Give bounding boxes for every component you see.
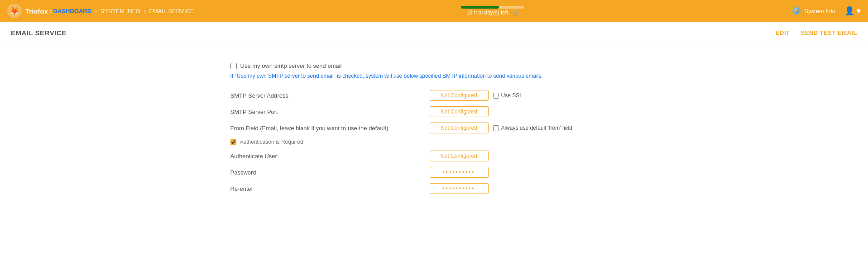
use-ssl-label: Use SSL xyxy=(501,92,523,99)
auth-required-row: Authentication is Required xyxy=(230,139,638,145)
use-smtp-checkbox[interactable] xyxy=(230,63,237,69)
trial-text: 16 trial day(s) left. 🛒 xyxy=(466,9,519,16)
cart-icon[interactable]: 🛒 xyxy=(513,9,519,16)
smtp-server-port-input[interactable] xyxy=(430,106,489,117)
system-info-label: System Info xyxy=(804,8,835,14)
auth-required-checkbox[interactable] xyxy=(230,139,236,145)
progress-bar-container xyxy=(461,6,524,9)
navbar-center: 16 trial day(s) left. 🛒 xyxy=(194,6,791,16)
breadcrumb: DASHBOARD › SYSTEM INFO › EMAIL SERVICE xyxy=(53,8,194,14)
send-test-email-button[interactable]: SEND TEST EMAIL xyxy=(801,29,857,36)
from-field-input[interactable] xyxy=(430,123,489,133)
use-ssl-checkbox-group: Use SSL xyxy=(493,92,523,99)
navbar-right: ⚙️ System Info 👤 ▾ xyxy=(791,6,861,16)
always-use-default-checkbox-group: Always use default 'from' field xyxy=(493,125,572,131)
reenter-row: Re-enter xyxy=(230,183,638,194)
smtp-server-port-label: SMTP Server Port xyxy=(230,109,430,115)
always-default-label: Always use default 'from' field xyxy=(501,125,572,131)
auth-user-group xyxy=(430,151,489,161)
smtp-server-address-label: SMTP Server Address xyxy=(230,92,430,99)
brand-name: Triofox xyxy=(25,7,48,15)
from-field-label: From Field (Email, leave blank if you wa… xyxy=(230,125,430,132)
smtp-server-address-row: SMTP Server Address Use SSL xyxy=(230,90,638,101)
use-smtp-label: Use my own smtp server to send email xyxy=(240,62,342,69)
gear-icon: ⚙️ xyxy=(791,6,801,16)
breadcrumb-dashboard[interactable]: DASHBOARD xyxy=(53,8,92,14)
reenter-group xyxy=(430,183,489,194)
sub-header: EMAIL SERVICE EDIT SEND TEST EMAIL xyxy=(0,22,868,44)
smtp-server-port-group xyxy=(430,106,489,117)
smtp-server-port-row: SMTP Server Port xyxy=(230,106,638,117)
auth-required-label: Authentication is Required xyxy=(240,139,303,145)
edit-button[interactable]: EDIT xyxy=(776,29,790,36)
brand-logo: 🦊 xyxy=(7,4,22,18)
use-smtp-row: Use my own smtp server to send email xyxy=(230,62,638,69)
reenter-input[interactable] xyxy=(430,183,489,194)
page-title: EMAIL SERVICE xyxy=(11,29,67,37)
trial-label: 16 trial day(s) left. xyxy=(466,9,509,16)
smtp-server-address-input[interactable] xyxy=(430,90,489,101)
form-section: Use my own smtp server to send email If … xyxy=(230,62,638,194)
navbar: 🦊 Triofox › DASHBOARD › SYSTEM INFO › EM… xyxy=(0,0,868,22)
reenter-label: Re-enter xyxy=(230,185,430,192)
system-info-button[interactable]: ⚙️ System Info xyxy=(791,6,835,16)
progress-bar-fill xyxy=(461,6,499,9)
always-default-checkbox[interactable] xyxy=(493,125,499,131)
auth-user-row: Authenticate User: xyxy=(230,151,638,161)
password-group xyxy=(430,167,489,178)
password-row: Password xyxy=(230,167,638,178)
breadcrumb-email-service: EMAIL SERVICE xyxy=(149,8,194,14)
password-input[interactable] xyxy=(430,167,489,178)
sub-header-actions: EDIT SEND TEST EMAIL xyxy=(776,29,857,36)
auth-user-input[interactable] xyxy=(430,151,489,161)
main-content: Use my own smtp server to send email If … xyxy=(0,44,868,210)
breadcrumb-system-info: SYSTEM INFO xyxy=(101,8,140,14)
from-field-group: Always use default 'from' field xyxy=(430,123,572,133)
use-ssl-checkbox[interactable] xyxy=(493,93,499,99)
auth-user-label: Authenticate User: xyxy=(230,153,430,160)
brand: 🦊 Triofox xyxy=(7,4,48,18)
password-label: Password xyxy=(230,169,430,176)
info-text: If "Use my own SMTP server to send email… xyxy=(230,73,638,79)
smtp-server-address-group: Use SSL xyxy=(430,90,523,101)
from-field-row: From Field (Email, leave blank if you wa… xyxy=(230,123,638,133)
user-icon[interactable]: 👤 ▾ xyxy=(844,6,861,16)
